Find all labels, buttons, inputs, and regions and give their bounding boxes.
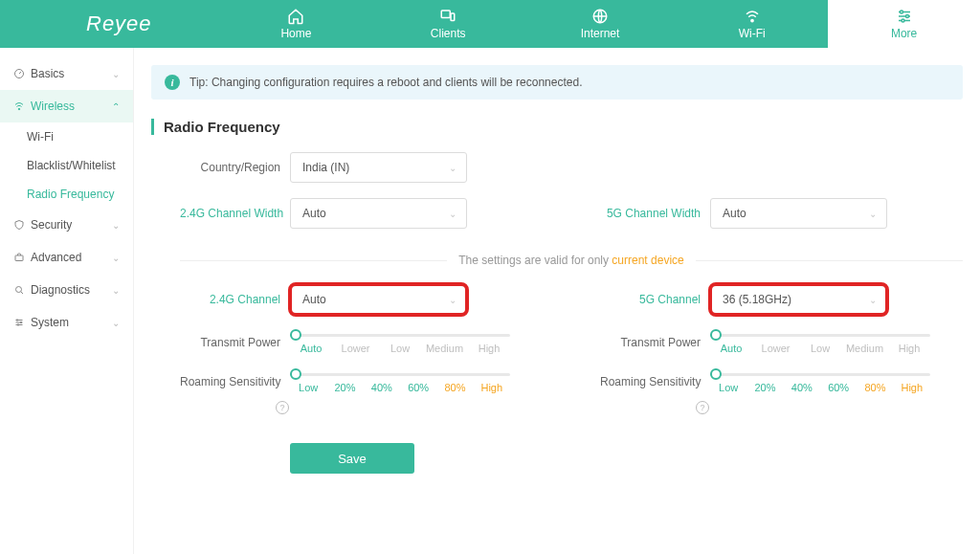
tab-internet[interactable]: Internet [524, 0, 677, 48]
select-value: 36 (5.18GHz) [723, 293, 791, 306]
chan5-select[interactable]: 36 (5.18GHz) ⌄ [710, 284, 887, 315]
tx24-label: Transmit Power [180, 336, 290, 349]
sidebar-item-advanced[interactable]: Advanced ⌄ [0, 241, 133, 274]
sidebar-item-label: Advanced [31, 251, 81, 264]
sidebar: Basics ⌄ Wireless ⌃ Wi-Fi Blacklist/Whit… [0, 48, 134, 554]
sidebar-item-system[interactable]: System ⌄ [0, 306, 133, 339]
chevron-up-icon: ⌃ [112, 101, 120, 112]
width24-select[interactable]: Auto ⌄ [290, 198, 467, 229]
sliders-icon [896, 8, 913, 25]
sidebar-sub-blacklist[interactable]: Blacklist/Whitelist [0, 151, 133, 180]
tx5-slider[interactable]: Auto Lower Low Medium High [710, 330, 930, 354]
info-tip: i Tip: Changing configuration requires a… [151, 65, 963, 100]
tab-label: Wi-Fi [739, 27, 766, 40]
svg-point-11 [16, 320, 18, 321]
svg-rect-0 [441, 11, 450, 18]
tx5-label: Transmit Power [600, 336, 710, 349]
tx24-slider[interactable]: Auto Lower Low Medium High [290, 330, 510, 354]
svg-point-8 [18, 108, 20, 110]
width5-label: 5G Channel Width [600, 207, 710, 220]
chevron-down-icon: ⌄ [869, 209, 877, 219]
tx24-ticks: Auto Lower Low Medium High [290, 343, 510, 354]
country-select[interactable]: India (IN) ⌄ [290, 152, 467, 183]
wifi-icon [13, 100, 25, 112]
sidebar-sub-wifi[interactable]: Wi-Fi [0, 122, 133, 151]
sidebar-sub-radio[interactable]: Radio Frequency [0, 180, 133, 209]
sidebar-item-basics[interactable]: Basics ⌄ [0, 57, 133, 90]
select-value: Auto [302, 293, 326, 306]
shield-icon [13, 219, 25, 231]
width5-select[interactable]: Auto ⌄ [710, 198, 887, 229]
chan5-label: 5G Channel [600, 293, 710, 306]
tab-label: More [891, 27, 917, 40]
tab-label: Clients [431, 27, 466, 40]
svg-point-13 [17, 324, 19, 326]
chevron-down-icon: ⌄ [449, 295, 457, 305]
tab-more[interactable]: More [828, 0, 980, 48]
sidebar-item-wireless[interactable]: Wireless ⌃ [0, 90, 133, 122]
country-label: Country/Region [180, 161, 290, 174]
tab-label: Internet [581, 27, 620, 40]
main-tabs: Home Clients Internet Wi-Fi More [220, 0, 980, 48]
roam24-ticks: Low 20% 40% 60% 80% High [290, 382, 510, 393]
roam24-label: Roaming Sensitivity [180, 375, 290, 388]
sidebar-item-label: Wireless [31, 100, 75, 113]
help-icon[interactable]: ? [276, 401, 289, 414]
devices-icon [439, 8, 457, 25]
info-icon: i [165, 75, 180, 90]
svg-point-10 [16, 287, 22, 293]
home-icon [287, 8, 304, 25]
svg-point-6 [902, 19, 904, 22]
roam24-slider[interactable]: Low 20% 40% 60% 80% High [290, 369, 510, 393]
select-value: Auto [302, 207, 326, 220]
chan24-label: 2.4G Channel [180, 293, 290, 306]
roam5-label: Roaming Sensitivity [600, 375, 710, 388]
svg-point-3 [751, 19, 753, 21]
chevron-down-icon: ⌄ [112, 220, 120, 231]
svg-rect-1 [451, 13, 455, 21]
svg-point-5 [905, 15, 908, 18]
help-icon[interactable]: ? [696, 401, 709, 414]
dashboard-icon [13, 68, 25, 79]
magnify-icon [13, 284, 25, 296]
top-header: Reyee Home Clients Internet Wi-Fi More [0, 0, 980, 48]
tab-wifi[interactable]: Wi-Fi [676, 0, 828, 48]
svg-rect-9 [15, 255, 23, 261]
svg-point-12 [20, 321, 22, 323]
globe-icon [591, 8, 609, 25]
sidebar-item-label: Security [31, 218, 72, 232]
chevron-down-icon: ⌄ [449, 163, 457, 173]
chevron-down-icon: ⌄ [112, 253, 120, 263]
width24-label: 2.4G Channel Width [180, 207, 290, 220]
sidebar-item-label: System [31, 316, 69, 329]
tab-home[interactable]: Home [220, 0, 372, 48]
sidebar-item-label: Basics [31, 67, 64, 80]
tab-label: Home [280, 27, 311, 40]
brand-logo: Reyee [0, 0, 220, 48]
main-content: i Tip: Changing configuration requires a… [134, 48, 980, 554]
divider-accent: current device [612, 254, 683, 267]
chevron-down-icon: ⌄ [112, 285, 120, 296]
sidebar-item-label: Diagnostics [31, 283, 90, 297]
tx5-ticks: Auto Lower Low Medium High [710, 343, 930, 354]
chan24-select[interactable]: Auto ⌄ [290, 284, 467, 315]
tab-clients[interactable]: Clients [372, 0, 524, 48]
sidebar-item-diagnostics[interactable]: Diagnostics ⌄ [0, 274, 133, 306]
chevron-down-icon: ⌄ [449, 209, 457, 219]
divider-text: The settings are valid for only [458, 254, 612, 267]
settings-icon [13, 317, 25, 328]
wifi-icon [744, 8, 761, 25]
sidebar-item-security[interactable]: Security ⌄ [0, 209, 133, 241]
chevron-down-icon: ⌄ [869, 295, 877, 305]
tip-text: Tip: Changing configuration requires a r… [189, 76, 582, 89]
select-value: Auto [723, 207, 746, 220]
chevron-down-icon: ⌄ [112, 69, 120, 79]
save-button[interactable]: Save [290, 443, 414, 474]
svg-point-4 [900, 11, 902, 13]
roam5-slider[interactable]: Low 20% 40% 60% 80% High [710, 369, 930, 393]
section-divider: The settings are valid for only current … [180, 254, 963, 267]
chevron-down-icon: ⌄ [112, 318, 120, 328]
select-value: India (IN) [302, 161, 349, 174]
roam5-ticks: Low 20% 40% 60% 80% High [710, 382, 930, 393]
briefcase-icon [13, 252, 25, 263]
